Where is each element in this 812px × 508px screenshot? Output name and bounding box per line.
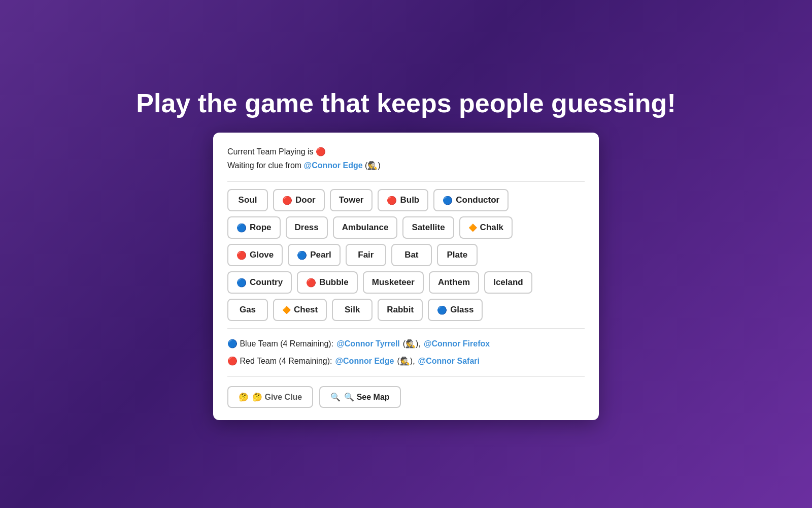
give-clue-emoji: 🤔 <box>239 392 249 402</box>
game-card: Current Team Playing is 🔴 Waiting for cl… <box>213 133 599 420</box>
word-bat[interactable]: Bat <box>391 244 432 266</box>
waiting-clue-line: Waiting for clue from @Connor Edge (🕵️) <box>227 158 585 172</box>
divider-mid <box>227 328 585 329</box>
word-door[interactable]: 🔴Door <box>273 189 325 211</box>
actions-row: 🤔 🤔 Give Clue 🔍 🔍 See Map <box>227 386 585 408</box>
red-team-member2: @Connor Safari <box>418 353 480 369</box>
red-team-emoji1: (🕵️), <box>397 353 415 369</box>
current-team-label: Current Team Playing is <box>227 147 314 156</box>
word-pearl[interactable]: 🔵Pearl <box>288 244 341 266</box>
word-row-3: 🔴Glove 🔵Pearl Fair Bat Plate <box>227 244 585 266</box>
status-section: Current Team Playing is 🔴 Waiting for cl… <box>227 145 585 172</box>
word-plate[interactable]: Plate <box>437 244 478 266</box>
word-row-1: Soul 🔴Door Tower 🔴Bulb 🔵Conductor <box>227 189 585 211</box>
word-bulb[interactable]: 🔴Bulb <box>378 189 428 211</box>
word-tower[interactable]: Tower <box>330 189 373 211</box>
clue-giver-emoji: (🕵️) <box>365 161 381 170</box>
current-team-emoji: 🔴 <box>316 147 326 156</box>
teams-section: 🔵 Blue Team (4 Remaining): @Connor Tyrre… <box>227 336 585 369</box>
give-clue-label: 🤔 Give Clue <box>252 392 302 402</box>
word-rabbit[interactable]: Rabbit <box>378 299 423 321</box>
word-bubble[interactable]: 🔴Bubble <box>297 271 358 294</box>
word-satellite[interactable]: Satellite <box>402 216 454 239</box>
word-ambulance[interactable]: Ambulance <box>333 216 398 239</box>
page-title: Play the game that keeps people guessing… <box>136 88 675 118</box>
word-fair[interactable]: Fair <box>346 244 386 266</box>
word-country[interactable]: 🔵Country <box>227 271 292 294</box>
waiting-prefix: Waiting for clue from <box>227 161 301 170</box>
word-musketeer[interactable]: Musketeer <box>363 271 424 294</box>
word-iceland[interactable]: Iceland <box>484 271 532 294</box>
current-team-line: Current Team Playing is 🔴 <box>227 145 585 158</box>
red-team-label: 🔴 Red Team (4 Remaining): <box>227 353 332 369</box>
word-chalk[interactable]: 🔶Chalk <box>459 216 513 239</box>
blue-team-member2: @Connor Firefox <box>424 336 490 352</box>
blue-team-label: 🔵 Blue Team (4 Remaining): <box>227 336 333 352</box>
give-clue-button[interactable]: 🤔 🤔 Give Clue <box>227 386 313 408</box>
clue-giver-name: @Connor Edge <box>304 161 363 170</box>
see-map-button[interactable]: 🔍 🔍 See Map <box>319 386 400 408</box>
word-conductor[interactable]: 🔵Conductor <box>433 189 509 211</box>
word-glass[interactable]: 🔵Glass <box>428 299 483 321</box>
blue-team-member1: @Connor Tyrrell <box>336 336 400 352</box>
divider-bottom <box>227 376 585 377</box>
see-map-emoji: 🔍 <box>330 392 341 402</box>
word-glove[interactable]: 🔴Glove <box>227 244 283 266</box>
blue-team-line: 🔵 Blue Team (4 Remaining): @Connor Tyrre… <box>227 336 585 352</box>
blue-team-emoji1: (🕵️), <box>403 336 421 352</box>
word-chest[interactable]: 🔶Chest <box>273 299 327 321</box>
divider-top <box>227 181 585 182</box>
word-dress[interactable]: Dress <box>286 216 328 239</box>
red-team-member1: @Connor Edge <box>335 353 394 369</box>
word-anthem[interactable]: Anthem <box>429 271 479 294</box>
word-gas[interactable]: Gas <box>227 299 268 321</box>
word-soul[interactable]: Soul <box>227 189 268 211</box>
word-silk[interactable]: Silk <box>332 299 373 321</box>
word-grid: Soul 🔴Door Tower 🔴Bulb 🔵Conductor 🔵Rope … <box>227 189 585 321</box>
word-row-5: Gas 🔶Chest Silk Rabbit 🔵Glass <box>227 299 585 321</box>
word-row-2: 🔵Rope Dress Ambulance Satellite 🔶Chalk <box>227 216 585 239</box>
see-map-label: 🔍 See Map <box>344 392 389 402</box>
word-row-4: 🔵Country 🔴Bubble Musketeer Anthem Icelan… <box>227 271 585 294</box>
word-rope[interactable]: 🔵Rope <box>227 216 281 239</box>
red-team-line: 🔴 Red Team (4 Remaining): @Connor Edge (… <box>227 353 585 369</box>
